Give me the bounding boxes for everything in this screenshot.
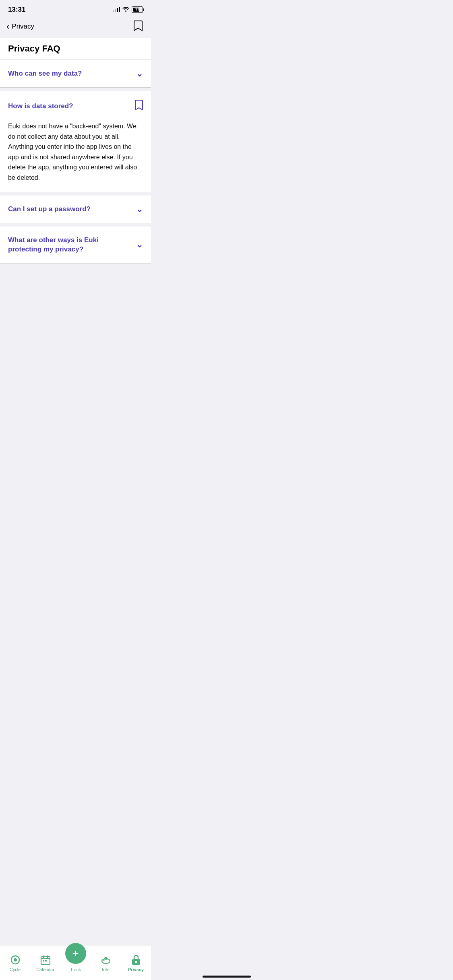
chevron-down-icon: ⌄ bbox=[136, 69, 143, 78]
faq-spacer-3 bbox=[0, 223, 151, 226]
faq-spacer-1 bbox=[0, 88, 151, 91]
page-title-bar: Privacy FAQ bbox=[0, 38, 151, 60]
back-label: Privacy bbox=[12, 23, 34, 31]
faq-answer-how-stored: Euki does not have a "back-end" system. … bbox=[0, 121, 151, 192]
faq-spacer-4 bbox=[0, 264, 151, 267]
bottom-spacer bbox=[0, 267, 151, 299]
back-chevron-icon: ‹ bbox=[6, 22, 9, 31]
status-time: 13:31 bbox=[8, 6, 25, 14]
faq-question-password[interactable]: Can I set up a password? ⌄ bbox=[0, 196, 151, 223]
nav-bar: ‹ Privacy bbox=[0, 17, 151, 38]
faq-spacer-2 bbox=[0, 192, 151, 196]
wifi-icon bbox=[122, 6, 129, 13]
faq-content: Who can see my data? ⌄ How is data store… bbox=[0, 60, 151, 299]
status-bar: 13:31 77 bbox=[0, 0, 151, 17]
faq-item-how-stored: How is data stored? Euki does not have a… bbox=[0, 91, 151, 192]
faq-item-other-ways: What are other ways is Euki protecting m… bbox=[0, 226, 151, 264]
faq-item-who-can-see: Who can see my data? ⌄ bbox=[0, 60, 151, 88]
chevron-down-icon: ⌄ bbox=[136, 204, 143, 214]
faq-question-other-ways[interactable]: What are other ways is Euki protecting m… bbox=[0, 226, 151, 264]
faq-question-text: Who can see my data? bbox=[8, 69, 136, 78]
faq-item-password: Can I set up a password? ⌄ bbox=[0, 196, 151, 223]
chevron-down-icon: ⌄ bbox=[136, 240, 143, 249]
back-button[interactable]: ‹ Privacy bbox=[6, 22, 34, 31]
bookmark-open-icon bbox=[134, 100, 143, 112]
faq-question-how-stored[interactable]: How is data stored? bbox=[0, 91, 151, 121]
faq-question-text: How is data stored? bbox=[8, 101, 134, 111]
bookmark-icon bbox=[133, 20, 143, 31]
bookmark-button[interactable] bbox=[133, 20, 143, 33]
signal-bars-icon bbox=[113, 7, 120, 12]
status-icons: 77 bbox=[113, 6, 143, 13]
faq-question-text: Can I set up a password? bbox=[8, 204, 136, 214]
faq-question-text: What are other ways is Euki protecting m… bbox=[8, 235, 136, 255]
page-title: Privacy FAQ bbox=[8, 43, 143, 54]
battery-icon: 77 bbox=[132, 6, 143, 13]
faq-question-who-can-see[interactable]: Who can see my data? ⌄ bbox=[0, 60, 151, 87]
